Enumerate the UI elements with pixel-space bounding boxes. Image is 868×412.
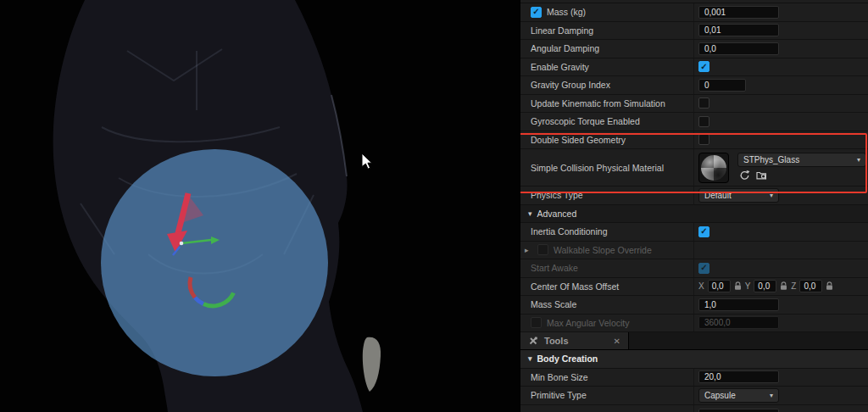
linear-damping-label: Linear Damping [531,25,593,36]
inertia-conditioning-checkbox[interactable]: ✓ [698,226,709,237]
tools-tab-bar: Tools ✕ [520,332,868,350]
property-row-min-bone-size: Min Bone Size 20,0 [520,369,868,387]
gizmo-origin [180,242,184,246]
property-row-enable-gravity: Enable Gravity ✓ [520,58,868,77]
start-awake-checkbox[interactable]: ✓ [698,263,709,274]
axis-y-label: Y [745,281,751,291]
category-advanced[interactable]: ▾ Advanced [520,205,868,224]
linear-damping-input[interactable]: 0,01 [698,24,779,36]
property-row-center-of-mass-offset: Center Of Mass Offset X 0,0 Y 0,0 Z 0,0 [520,278,868,297]
collision-sphere [101,149,328,376]
start-awake-label: Start Awake [531,263,578,273]
gravity-group-index-input[interactable]: 0 [698,79,746,92]
primitive-type-label: Primitive Type [531,390,587,400]
tools-icon [528,336,538,346]
mass-input[interactable]: 0,001 [698,6,779,19]
max-angular-velocity-override-checkbox[interactable] [531,317,542,328]
property-row-gyroscopic-torque: Gyroscopic Torque Enabled [520,113,868,131]
angular-damping-input[interactable]: 0,0 [698,42,779,55]
mass-override-checkbox[interactable]: ✓ [531,7,542,18]
property-row-start-awake: Start Awake ✓ [520,259,868,278]
viewport-scene [0,0,520,412]
enable-gravity-checkbox[interactable]: ✓ [698,61,709,72]
physics-type-label: Physics Type [531,190,583,200]
property-row-update-kinematic: Update Kinematic from Simulation [520,95,868,114]
com-offset-x-input[interactable]: 0,0 [708,280,731,292]
center-of-mass-offset-label: Center Of Mass Offset [531,281,619,292]
property-row-linear-damping: Linear Damping 0,01 [520,22,868,41]
chevron-down-icon: ▾ [528,354,532,363]
update-kinematic-label: Update Kinematic from Simulation [531,98,665,109]
max-angular-velocity-label: Max Angular Velocity [547,318,629,328]
min-bone-size-input[interactable]: 20,0 [698,370,779,383]
primitive-type-dropdown[interactable]: Capsule ▾ [698,388,779,403]
check-icon: ✓ [700,264,707,272]
enable-gravity-label: Enable Gravity [531,62,589,72]
walkable-slope-override-label: Walkable Slope Override [554,245,652,255]
physical-material-value: STPhys_Glass [743,155,799,164]
close-icon[interactable]: ✕ [614,337,620,346]
body-creation-label: Body Creation [537,354,598,364]
property-row-mass-scale: Mass Scale 1,0 [520,296,868,315]
use-selected-asset-icon[interactable] [739,170,750,181]
property-row-max-angular-velocity: Max Angular Velocity 3600,0 [520,315,868,333]
check-icon: ✓ [700,63,707,71]
gravity-group-index-label: Gravity Group Index [531,80,610,90]
axis-z-label: Z [791,281,796,291]
property-row-primitive-type: Primitive Type Capsule ▾ [520,387,868,405]
axis-x-label: X [698,281,704,291]
physics-type-dropdown[interactable]: Default ▾ [698,188,779,203]
property-row-mass: ✓ Mass (kg) 0,001 [520,3,868,22]
category-body-creation[interactable]: ▾ Body Creation [520,350,868,369]
physics-asset-editor: ✓ Mass (kg) 0,001 Linear Damping 0,01 An… [0,0,868,412]
browse-to-asset-icon[interactable] [756,170,767,181]
property-row-walkable-slope-override: ▸ Walkable Slope Override [520,242,868,260]
expander-collapsed-icon[interactable]: ▸ [525,246,532,254]
property-row-double-sided-geometry: Double Sided Geometry [520,131,868,150]
angular-damping-label: Angular Damping [531,43,599,53]
details-panel: ✓ Mass (kg) 0,001 Linear Damping 0,01 An… [520,0,868,412]
property-row-gravity-group-index: Gravity Group Index 0 [520,76,868,95]
material-sphere-preview [701,155,726,181]
min-bone-size-label: Min Bone Size [531,372,588,382]
tab-tools[interactable]: Tools ✕ [520,332,629,349]
chevron-down-icon: ▾ [770,392,773,399]
property-row-physics-type: Physics Type Default ▾ [520,187,868,205]
property-row-angular-damping: Angular Damping 0,0 [520,40,868,58]
property-row-simple-collision-material: Simple Collision Physical Material STPhy… [520,149,868,187]
com-offset-z-input[interactable]: 0,0 [799,280,822,292]
physics-type-value: Default [704,191,732,200]
clipped-input[interactable] [698,409,779,412]
mesh-fragment [363,337,381,392]
property-row-partial-bottom [520,405,868,412]
physical-material-dropdown[interactable]: STPhys_Glass ▾ [737,153,866,167]
double-sided-geometry-checkbox[interactable] [698,134,709,145]
gyroscopic-torque-checkbox[interactable] [698,116,709,127]
mass-scale-input[interactable]: 1,0 [698,298,779,311]
walkable-slope-override-checkbox[interactable] [537,244,548,255]
check-icon: ✓ [700,227,707,236]
advanced-label: Advanced [537,209,577,219]
chevron-down-icon: ▾ [528,209,532,218]
primitive-type-value: Capsule [704,391,736,400]
chevron-down-icon: ▾ [857,156,860,164]
check-icon: ✓ [532,8,539,16]
com-offset-y-input[interactable]: 0,0 [754,280,776,292]
material-thumbnail[interactable] [698,153,729,183]
double-sided-geometry-label: Double Sided Geometry [531,135,626,145]
tools-tab-title: Tools [544,336,569,346]
mouse-cursor [362,153,372,169]
inertia-conditioning-label: Inertia Conditioning [531,226,607,237]
lock-icon[interactable] [826,281,833,291]
lock-icon[interactable] [734,281,742,291]
simple-collision-material-label: Simple Collision Physical Material [531,163,664,173]
max-angular-velocity-input[interactable]: 3600,0 [698,316,779,329]
property-row-inertia-conditioning: Inertia Conditioning ✓ [520,223,868,242]
viewport-3d[interactable] [0,0,520,412]
mass-scale-label: Mass Scale [531,299,576,309]
update-kinematic-checkbox[interactable] [698,97,709,109]
mass-label: Mass (kg) [547,7,586,17]
lock-icon[interactable] [780,281,787,291]
gyroscopic-torque-label: Gyroscopic Torque Enabled [531,116,640,126]
chevron-down-icon: ▾ [770,192,773,199]
